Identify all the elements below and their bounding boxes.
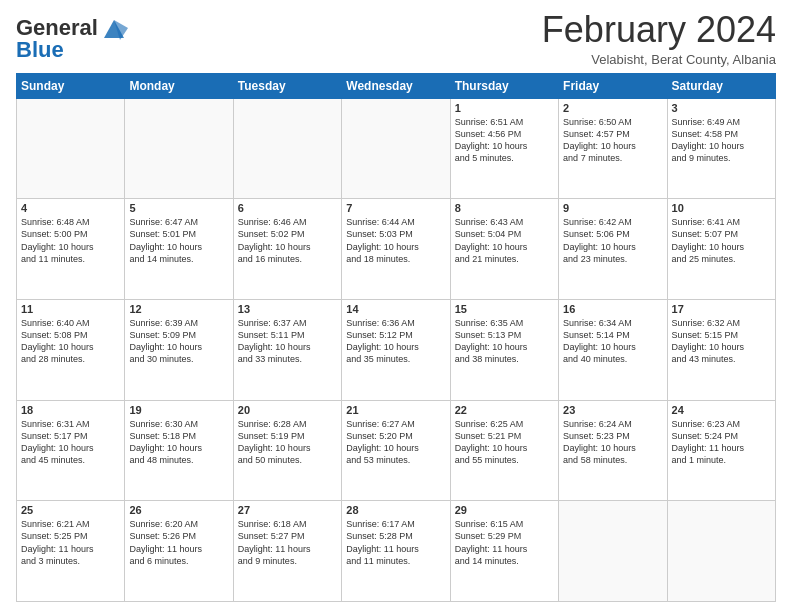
calendar-cell: 15Sunrise: 6:35 AM Sunset: 5:13 PM Dayli… bbox=[450, 299, 558, 400]
calendar-cell: 28Sunrise: 6:17 AM Sunset: 5:28 PM Dayli… bbox=[342, 501, 450, 602]
logo-icon bbox=[100, 14, 128, 42]
day-info: Sunrise: 6:49 AM Sunset: 4:58 PM Dayligh… bbox=[672, 116, 771, 165]
calendar-dow-wednesday: Wednesday bbox=[342, 73, 450, 98]
calendar-table: SundayMondayTuesdayWednesdayThursdayFrid… bbox=[16, 73, 776, 602]
day-number: 21 bbox=[346, 404, 445, 416]
calendar-cell: 6Sunrise: 6:46 AM Sunset: 5:02 PM Daylig… bbox=[233, 199, 341, 300]
day-info: Sunrise: 6:27 AM Sunset: 5:20 PM Dayligh… bbox=[346, 418, 445, 467]
day-number: 19 bbox=[129, 404, 228, 416]
day-info: Sunrise: 6:51 AM Sunset: 4:56 PM Dayligh… bbox=[455, 116, 554, 165]
day-number: 6 bbox=[238, 202, 337, 214]
logo-blue-text: Blue bbox=[16, 38, 64, 62]
day-number: 8 bbox=[455, 202, 554, 214]
calendar-cell bbox=[342, 98, 450, 199]
calendar-cell bbox=[667, 501, 775, 602]
day-info: Sunrise: 6:25 AM Sunset: 5:21 PM Dayligh… bbox=[455, 418, 554, 467]
day-info: Sunrise: 6:20 AM Sunset: 5:26 PM Dayligh… bbox=[129, 518, 228, 567]
calendar-cell: 11Sunrise: 6:40 AM Sunset: 5:08 PM Dayli… bbox=[17, 299, 125, 400]
day-info: Sunrise: 6:36 AM Sunset: 5:12 PM Dayligh… bbox=[346, 317, 445, 366]
calendar-week-row: 4Sunrise: 6:48 AM Sunset: 5:00 PM Daylig… bbox=[17, 199, 776, 300]
day-number: 22 bbox=[455, 404, 554, 416]
day-info: Sunrise: 6:44 AM Sunset: 5:03 PM Dayligh… bbox=[346, 216, 445, 265]
calendar-week-row: 11Sunrise: 6:40 AM Sunset: 5:08 PM Dayli… bbox=[17, 299, 776, 400]
calendar-cell: 8Sunrise: 6:43 AM Sunset: 5:04 PM Daylig… bbox=[450, 199, 558, 300]
day-number: 15 bbox=[455, 303, 554, 315]
day-info: Sunrise: 6:24 AM Sunset: 5:23 PM Dayligh… bbox=[563, 418, 662, 467]
subtitle: Velabisht, Berat County, Albania bbox=[542, 52, 776, 67]
calendar-cell: 7Sunrise: 6:44 AM Sunset: 5:03 PM Daylig… bbox=[342, 199, 450, 300]
calendar-cell bbox=[17, 98, 125, 199]
calendar-cell: 1Sunrise: 6:51 AM Sunset: 4:56 PM Daylig… bbox=[450, 98, 558, 199]
day-info: Sunrise: 6:48 AM Sunset: 5:00 PM Dayligh… bbox=[21, 216, 120, 265]
day-info: Sunrise: 6:34 AM Sunset: 5:14 PM Dayligh… bbox=[563, 317, 662, 366]
day-number: 5 bbox=[129, 202, 228, 214]
calendar-cell: 16Sunrise: 6:34 AM Sunset: 5:14 PM Dayli… bbox=[559, 299, 667, 400]
calendar-cell: 13Sunrise: 6:37 AM Sunset: 5:11 PM Dayli… bbox=[233, 299, 341, 400]
day-info: Sunrise: 6:40 AM Sunset: 5:08 PM Dayligh… bbox=[21, 317, 120, 366]
day-number: 1 bbox=[455, 102, 554, 114]
calendar-cell: 23Sunrise: 6:24 AM Sunset: 5:23 PM Dayli… bbox=[559, 400, 667, 501]
calendar-cell: 17Sunrise: 6:32 AM Sunset: 5:15 PM Dayli… bbox=[667, 299, 775, 400]
day-number: 18 bbox=[21, 404, 120, 416]
month-title: February 2024 bbox=[542, 10, 776, 50]
calendar-cell: 25Sunrise: 6:21 AM Sunset: 5:25 PM Dayli… bbox=[17, 501, 125, 602]
day-info: Sunrise: 6:43 AM Sunset: 5:04 PM Dayligh… bbox=[455, 216, 554, 265]
day-number: 7 bbox=[346, 202, 445, 214]
calendar-dow-saturday: Saturday bbox=[667, 73, 775, 98]
calendar-cell: 27Sunrise: 6:18 AM Sunset: 5:27 PM Dayli… bbox=[233, 501, 341, 602]
calendar-cell: 26Sunrise: 6:20 AM Sunset: 5:26 PM Dayli… bbox=[125, 501, 233, 602]
calendar-cell: 29Sunrise: 6:15 AM Sunset: 5:29 PM Dayli… bbox=[450, 501, 558, 602]
calendar-cell: 19Sunrise: 6:30 AM Sunset: 5:18 PM Dayli… bbox=[125, 400, 233, 501]
calendar-cell: 10Sunrise: 6:41 AM Sunset: 5:07 PM Dayli… bbox=[667, 199, 775, 300]
calendar-dow-tuesday: Tuesday bbox=[233, 73, 341, 98]
day-number: 24 bbox=[672, 404, 771, 416]
day-number: 2 bbox=[563, 102, 662, 114]
day-info: Sunrise: 6:46 AM Sunset: 5:02 PM Dayligh… bbox=[238, 216, 337, 265]
day-info: Sunrise: 6:15 AM Sunset: 5:29 PM Dayligh… bbox=[455, 518, 554, 567]
day-info: Sunrise: 6:18 AM Sunset: 5:27 PM Dayligh… bbox=[238, 518, 337, 567]
title-block: February 2024 Velabisht, Berat County, A… bbox=[542, 10, 776, 67]
day-number: 26 bbox=[129, 504, 228, 516]
day-number: 14 bbox=[346, 303, 445, 315]
day-number: 11 bbox=[21, 303, 120, 315]
day-number: 29 bbox=[455, 504, 554, 516]
day-info: Sunrise: 6:23 AM Sunset: 5:24 PM Dayligh… bbox=[672, 418, 771, 467]
calendar-week-row: 25Sunrise: 6:21 AM Sunset: 5:25 PM Dayli… bbox=[17, 501, 776, 602]
day-info: Sunrise: 6:30 AM Sunset: 5:18 PM Dayligh… bbox=[129, 418, 228, 467]
day-info: Sunrise: 6:39 AM Sunset: 5:09 PM Dayligh… bbox=[129, 317, 228, 366]
day-info: Sunrise: 6:35 AM Sunset: 5:13 PM Dayligh… bbox=[455, 317, 554, 366]
header: General Blue February 2024 Velabisht, Be… bbox=[16, 10, 776, 67]
day-info: Sunrise: 6:41 AM Sunset: 5:07 PM Dayligh… bbox=[672, 216, 771, 265]
calendar-week-row: 18Sunrise: 6:31 AM Sunset: 5:17 PM Dayli… bbox=[17, 400, 776, 501]
logo: General Blue bbox=[16, 14, 128, 62]
day-number: 23 bbox=[563, 404, 662, 416]
day-number: 3 bbox=[672, 102, 771, 114]
calendar-header-row: SundayMondayTuesdayWednesdayThursdayFrid… bbox=[17, 73, 776, 98]
calendar-week-row: 1Sunrise: 6:51 AM Sunset: 4:56 PM Daylig… bbox=[17, 98, 776, 199]
calendar-cell: 21Sunrise: 6:27 AM Sunset: 5:20 PM Dayli… bbox=[342, 400, 450, 501]
day-number: 28 bbox=[346, 504, 445, 516]
calendar-cell: 12Sunrise: 6:39 AM Sunset: 5:09 PM Dayli… bbox=[125, 299, 233, 400]
calendar-dow-sunday: Sunday bbox=[17, 73, 125, 98]
day-info: Sunrise: 6:42 AM Sunset: 5:06 PM Dayligh… bbox=[563, 216, 662, 265]
calendar-cell: 22Sunrise: 6:25 AM Sunset: 5:21 PM Dayli… bbox=[450, 400, 558, 501]
day-info: Sunrise: 6:37 AM Sunset: 5:11 PM Dayligh… bbox=[238, 317, 337, 366]
day-number: 20 bbox=[238, 404, 337, 416]
calendar-cell: 4Sunrise: 6:48 AM Sunset: 5:00 PM Daylig… bbox=[17, 199, 125, 300]
calendar-cell: 3Sunrise: 6:49 AM Sunset: 4:58 PM Daylig… bbox=[667, 98, 775, 199]
day-number: 10 bbox=[672, 202, 771, 214]
calendar-cell: 9Sunrise: 6:42 AM Sunset: 5:06 PM Daylig… bbox=[559, 199, 667, 300]
calendar-cell bbox=[233, 98, 341, 199]
calendar-cell: 18Sunrise: 6:31 AM Sunset: 5:17 PM Dayli… bbox=[17, 400, 125, 501]
calendar-cell: 20Sunrise: 6:28 AM Sunset: 5:19 PM Dayli… bbox=[233, 400, 341, 501]
calendar-dow-thursday: Thursday bbox=[450, 73, 558, 98]
day-info: Sunrise: 6:31 AM Sunset: 5:17 PM Dayligh… bbox=[21, 418, 120, 467]
page: General Blue February 2024 Velabisht, Be… bbox=[0, 0, 792, 612]
day-info: Sunrise: 6:32 AM Sunset: 5:15 PM Dayligh… bbox=[672, 317, 771, 366]
calendar-cell: 5Sunrise: 6:47 AM Sunset: 5:01 PM Daylig… bbox=[125, 199, 233, 300]
calendar-dow-friday: Friday bbox=[559, 73, 667, 98]
day-info: Sunrise: 6:17 AM Sunset: 5:28 PM Dayligh… bbox=[346, 518, 445, 567]
calendar-cell bbox=[559, 501, 667, 602]
day-number: 13 bbox=[238, 303, 337, 315]
day-info: Sunrise: 6:47 AM Sunset: 5:01 PM Dayligh… bbox=[129, 216, 228, 265]
